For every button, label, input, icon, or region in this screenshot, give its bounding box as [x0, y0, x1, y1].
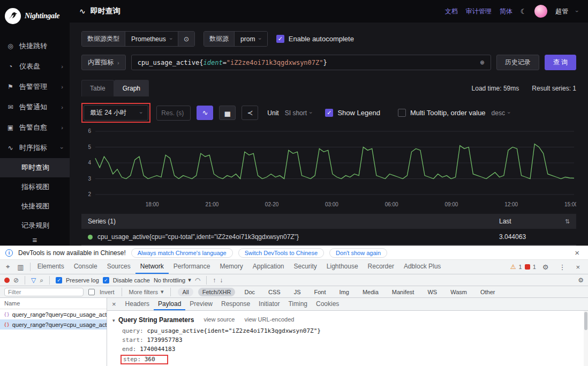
tab-response[interactable]: Response [217, 298, 254, 310]
filter-chip-doc[interactable]: Doc [240, 288, 259, 296]
kebab-menu-icon[interactable]: ⋮ [555, 263, 569, 271]
globe-icon[interactable]: ⊕ [480, 58, 485, 66]
order-select[interactable]: desc › [492, 109, 510, 117]
tab-security[interactable]: Security [289, 260, 322, 274]
time-shift-button[interactable]: ⊙ [178, 32, 194, 46]
autocomplete-checkbox-row[interactable]: ✓ Enable autocomplete [276, 35, 354, 43]
device-toolbar-icon[interactable]: ▥ [13, 263, 27, 271]
search-icon[interactable]: ⌕ [40, 277, 43, 284]
multi-tooltip-checkbox-row[interactable]: Multi Tooltip, order value [398, 109, 486, 117]
view-urlencoded-link[interactable]: view URL-encoded [244, 316, 294, 323]
sidebar-item-alert-notification[interactable]: ✉ 告警通知 › [0, 97, 70, 117]
resolution-input[interactable] [156, 106, 191, 121]
user-menu[interactable]: 超管 [555, 7, 568, 16]
disable-cache-checkbox[interactable]: ✓ [103, 277, 109, 283]
tab-memory[interactable]: Memory [215, 260, 247, 274]
details-close-icon[interactable]: × [107, 300, 121, 308]
filter-funnel-icon[interactable]: ▽ [31, 277, 36, 284]
sidebar-item-alert-management[interactable]: ⚑ 告警管理 › [0, 77, 70, 97]
inspect-element-icon[interactable]: ⌖ [2, 263, 13, 271]
preserve-log-checkbox[interactable]: ✓ [56, 277, 62, 283]
tab-table[interactable]: Table [81, 80, 114, 96]
tab-cookies[interactable]: Cookies [312, 298, 343, 310]
sidebar-item-recording-rules[interactable]: 记录规则 [0, 216, 70, 235]
history-button[interactable]: 历史记录 [496, 55, 539, 70]
network-settings-gear-icon[interactable]: ⚙ [578, 277, 584, 284]
cpu-usage-chart[interactable]: 6543218:0021:0002-2003:0006:0009:0012:00… [81, 127, 576, 212]
more-filters-select[interactable]: More filters ▾ [129, 288, 164, 295]
promql-input[interactable]: cpu_usage_active{ident="iZ2ze4oi71k3qgdx… [131, 55, 491, 70]
devtools-close-icon[interactable]: × [572, 263, 584, 271]
dont-show-again-button[interactable]: Don't show again [329, 248, 387, 258]
tab-recorder[interactable]: Recorder [363, 260, 399, 274]
time-range-select[interactable]: 最近 24 小时 › [84, 105, 148, 121]
filter-input[interactable] [4, 288, 84, 296]
tab-graph[interactable]: Graph [114, 80, 149, 96]
tab-elements[interactable]: Elements [33, 260, 69, 274]
warning-icon[interactable]: ⚠ [510, 263, 516, 271]
scrollbar[interactable] [584, 311, 588, 366]
avatar[interactable] [534, 5, 547, 18]
tab-sources[interactable]: Sources [102, 260, 135, 274]
invert-checkbox[interactable] [88, 289, 95, 295]
tab-headers[interactable]: Headers [121, 298, 154, 310]
legend-row[interactable]: cpu_usage_active{cpu="cpu-total",ident="… [81, 229, 576, 245]
disable-cache-label[interactable]: Disable cache [113, 277, 150, 283]
error-icon[interactable] [525, 264, 530, 270]
filter-chip-fetch-xhr[interactable]: Fetch/XHR [198, 288, 236, 296]
record-button[interactable] [4, 278, 10, 283]
sort-icon[interactable]: ⇅ [565, 218, 570, 225]
banner-close-icon[interactable]: × [571, 248, 583, 257]
invert-label[interactable]: Invert [100, 289, 115, 295]
filter-chip-manifest[interactable]: Manifest [388, 288, 419, 296]
request-row-selected[interactable]: {} query_range?query=cpu_usage_activ... [0, 319, 107, 330]
switch-to-chinese-button[interactable]: Switch DevTools to Chinese [238, 248, 324, 258]
preserve-log-label[interactable]: Preserve log [66, 277, 99, 283]
view-source-link[interactable]: view source [203, 316, 235, 323]
tab-performance[interactable]: Performance [169, 260, 215, 274]
network-conditions-icon[interactable]: ◠ [195, 277, 200, 284]
line-chart-mode-button[interactable]: ∿ [197, 106, 213, 120]
last-column-header[interactable]: Last [499, 218, 511, 225]
logo[interactable]: Nightingale [0, 0, 70, 36]
stacked-chart-mode-button[interactable]: ▅ [219, 106, 236, 120]
request-row[interactable]: {} query_range?query=cpu_usage_activ... [0, 309, 107, 319]
sidebar-item-dashboards[interactable]: ◔ 仪表盘 › [0, 56, 70, 77]
settings-gear-icon[interactable]: ⚙ [539, 263, 553, 271]
tab-console[interactable]: Console [69, 260, 102, 274]
language-link[interactable]: 简体 [500, 7, 512, 16]
filter-chip-img[interactable]: Img [335, 288, 353, 296]
sidebar-item-quick-views[interactable]: 快捷视图 [0, 197, 70, 216]
theme-toggle-moon-icon[interactable]: ☾ [521, 8, 527, 16]
tab-lighthouse[interactable]: Lighthouse [322, 260, 363, 274]
scrollbar-thumb[interactable] [584, 312, 587, 330]
show-legend-checkbox[interactable]: ✓ [325, 109, 333, 117]
clear-icon[interactable]: ⊘ [13, 277, 19, 284]
name-column-header[interactable]: Name [0, 298, 107, 309]
audit-link[interactable]: 审计管理 [466, 7, 492, 16]
sidebar-item-alert-selfheal[interactable]: ▣ 告警自愈 › [0, 117, 70, 138]
throttling-select[interactable]: No throttling ▾ [154, 277, 191, 283]
share-button[interactable]: ≺ [242, 106, 258, 120]
tab-preview[interactable]: Preview [185, 298, 217, 310]
filter-chip-font[interactable]: Font [310, 288, 330, 296]
sidebar-item-instant-query[interactable]: 即时查询 [0, 158, 70, 177]
sidebar-item-quick-jump[interactable]: ◎ 快捷跳转 [0, 36, 70, 56]
filter-chip-all[interactable]: All [178, 288, 193, 296]
tab-initiator[interactable]: Initiator [254, 298, 284, 310]
import-har-icon[interactable]: ↑ [213, 277, 216, 284]
filter-chip-css[interactable]: CSS [264, 288, 285, 296]
filter-chip-js[interactable]: JS [290, 288, 305, 296]
datasource-select[interactable]: prom › [235, 32, 267, 46]
match-language-button[interactable]: Always match Chrome's language [131, 248, 233, 258]
filter-chip-ws[interactable]: WS [423, 288, 441, 296]
tab-timing[interactable]: Timing [284, 298, 312, 310]
show-legend-checkbox-row[interactable]: ✓ Show Legend [325, 109, 380, 117]
builtin-metrics-button[interactable]: 内置指标 › [81, 55, 126, 70]
docs-link[interactable]: 文档 [445, 7, 458, 16]
unit-select[interactable]: SI short › [285, 109, 312, 117]
datasource-type-select[interactable]: Prometheus › [125, 32, 178, 46]
tab-adblock-plus[interactable]: Adblock Plus [399, 260, 446, 274]
export-har-icon[interactable]: ↓ [220, 277, 223, 284]
autocomplete-checkbox[interactable]: ✓ [276, 35, 284, 43]
